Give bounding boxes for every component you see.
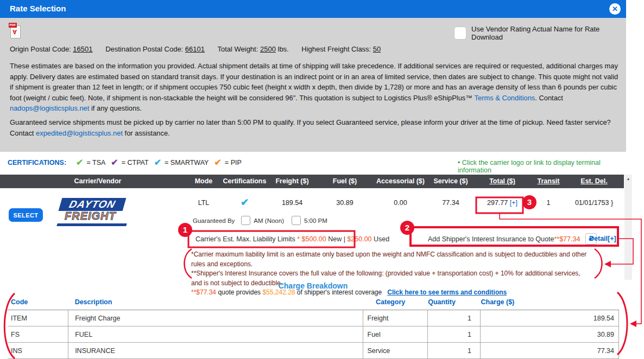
carrier-logo-hint: • Click the carrier logo or link to disp… bbox=[458, 159, 626, 174]
charge-header-charge: Charge ($) bbox=[480, 294, 618, 310]
scrollbar-up-arrow-icon[interactable]: ▲ bbox=[624, 177, 632, 181]
charge-description: FUEL bbox=[68, 326, 363, 343]
dayton-logo-underline bbox=[56, 223, 127, 226]
charge-amount: 30.89 bbox=[480, 326, 618, 343]
charge-breakdown-title: Charge Breakdown bbox=[0, 281, 626, 290]
shippers-interest-line: Add Shipper's Interest Insurance to Quot… bbox=[428, 233, 597, 245]
certifications-legend: CERTIFICATIONS: ✔ = TSA ✔ = CTPAT ✔ = SM… bbox=[8, 157, 242, 168]
rates-scrollbar[interactable]: ▲ bbox=[624, 175, 632, 280]
guaranteed-am-checkbox[interactable] bbox=[241, 216, 250, 225]
header-freight: Freight ($) bbox=[270, 177, 314, 185]
footnotes: *Carrier maximum liability limit is an e… bbox=[191, 250, 593, 298]
destination-label: Destination Postal Code: bbox=[105, 45, 183, 53]
liability-limits-line: Carrier's Est. Max. Liability Limits * $… bbox=[195, 235, 389, 243]
charge-header-quantity: Quantity bbox=[427, 294, 480, 310]
guaranteed-by-row: Guaranteed By AM (Noon) 5:00 PM bbox=[193, 216, 335, 225]
accessorial-value: 0.00 bbox=[372, 199, 429, 207]
charge-quantity: 1 bbox=[427, 343, 480, 359]
expedited-email-link[interactable]: expedited@logisticsplus.net bbox=[36, 129, 123, 137]
origin-label: Origin Postal Code: bbox=[10, 45, 71, 53]
terms-and-conditions-link[interactable]: Terms & Conditions bbox=[475, 94, 535, 102]
total-cell: 297.77 [+] bbox=[481, 199, 524, 207]
footnote-liability: *Carrier maximum liability limit is an e… bbox=[191, 250, 593, 269]
guaranteed-note-line1: Guaranteed service shipments must be pic… bbox=[10, 118, 611, 126]
vendor-rating-option: Use Vendor Rating Actual Name for Rate D… bbox=[454, 25, 626, 41]
header-certifications: Certifications bbox=[222, 177, 268, 185]
info-panel: PDF A Use Vendor Rating Actual Name for … bbox=[0, 18, 626, 152]
header-total-sort-link[interactable]: Total ($) bbox=[481, 177, 524, 185]
charge-breakdown-table: Code Description Category Quantity Charg… bbox=[8, 294, 619, 359]
guaranteed-5pm-checkbox[interactable] bbox=[292, 216, 301, 225]
certifications-band: CERTIFICATIONS: ✔ = TSA ✔ = CTPAT ✔ = SM… bbox=[0, 152, 626, 175]
destination-value: 66101 bbox=[185, 45, 205, 53]
ctpat-check-icon: ✔ bbox=[111, 157, 118, 168]
liability-new-suffix: New | bbox=[326, 235, 348, 243]
vendor-rating-checkbox[interactable] bbox=[454, 27, 466, 40]
ctpat-legend-label: = CTPAT bbox=[122, 159, 149, 166]
guaranteed-am-label: AM (Noon) bbox=[254, 217, 284, 224]
pip-check-icon: ✔ bbox=[214, 157, 221, 168]
certifications-label: CERTIFICATIONS: bbox=[8, 159, 66, 166]
tsa-check-icon: ✔ bbox=[76, 157, 83, 168]
pdf-acrobat-glyph: A bbox=[12, 29, 17, 35]
mode-value: LTL bbox=[190, 199, 217, 207]
dialog-title-bar: Rate Selection ✕ bbox=[0, 0, 626, 18]
pip-legend-label: = PIP bbox=[225, 159, 242, 166]
total-expand-link[interactable]: [+] bbox=[510, 199, 517, 207]
header-est-del-sort-link[interactable]: Est. Del. bbox=[565, 177, 623, 185]
disclaimer-text-3: if any questions. bbox=[89, 104, 142, 112]
liability-used-suffix: Used bbox=[372, 235, 390, 243]
charge-category: Fuel bbox=[363, 326, 427, 343]
liability-new-amount: $500.00 bbox=[300, 235, 326, 243]
charge-row-item: ITEM Freight Charge Freight 1 189.54 bbox=[8, 310, 619, 326]
vendor-rating-label: Use Vendor Rating Actual Name for Rate D… bbox=[471, 25, 626, 41]
header-accessorial: Accessorial ($) bbox=[372, 177, 429, 185]
pdf-download-icon[interactable]: PDF A bbox=[9, 23, 22, 39]
charge-quantity: 1 bbox=[427, 310, 480, 326]
shipment-summary: Origin Postal Code: 16501 Destination Po… bbox=[10, 45, 392, 53]
weight-value: 2500 bbox=[260, 45, 276, 53]
fuel-value: 30.89 bbox=[323, 199, 367, 207]
insurance-stars: ** bbox=[554, 235, 559, 243]
charge-header-code: Code bbox=[8, 294, 68, 310]
origin-value: 16501 bbox=[73, 45, 92, 53]
charge-description: INSURANCE bbox=[68, 343, 363, 359]
header-fuel: Fuel ($) bbox=[323, 177, 367, 185]
liability-used-amount: $250.00 bbox=[347, 235, 371, 243]
header-service: Service ($) bbox=[429, 177, 472, 185]
charge-code: ITEM bbox=[8, 310, 68, 326]
smartway-certification-check-icon: ✔ bbox=[222, 196, 268, 208]
guaranteed-note-line2-prefix: Contact bbox=[10, 129, 36, 137]
guaranteed-note-line2-suffix: for assistance. bbox=[123, 129, 170, 137]
header-mode: Mode bbox=[190, 177, 217, 185]
charge-category: Service bbox=[363, 343, 427, 359]
dayton-logo-line1: DAYTON bbox=[68, 198, 117, 210]
charge-code: INS bbox=[8, 343, 68, 359]
annotation-arrow-charges bbox=[630, 320, 636, 327]
charge-amount: 77.34 bbox=[480, 343, 618, 359]
charge-description: Freight Charge bbox=[68, 310, 363, 326]
carrier-logo-dayton-freight[interactable]: DAYTON FREIGHT bbox=[52, 197, 133, 228]
close-icon[interactable]: ✕ bbox=[609, 3, 621, 15]
service-value: 77.34 bbox=[429, 199, 472, 207]
header-transit-sort-link[interactable]: Transit bbox=[535, 177, 562, 185]
weight-suffix: lbs. bbox=[276, 45, 289, 53]
insurance-detail-link[interactable]: Detail[+] bbox=[589, 235, 616, 242]
select-rate-button[interactable]: SELECT bbox=[9, 208, 43, 222]
insurance-label: Add Shipper's Interest Insurance to Quot… bbox=[428, 235, 554, 243]
charge-code: FS bbox=[8, 326, 68, 343]
nadops-email-link[interactable]: nadops@logisticsplus.net bbox=[10, 104, 89, 112]
weight-label: Total Weight: bbox=[217, 45, 258, 53]
charge-header-category: Category bbox=[363, 294, 427, 310]
est-del-value: 01/01/1753 } bbox=[565, 199, 623, 207]
smartway-legend-label: = SMARTWAY bbox=[165, 159, 209, 166]
guaranteed-5pm-label: 5:00 PM bbox=[304, 217, 327, 224]
total-value: 297.77 bbox=[487, 199, 508, 207]
header-carrier-vendor: Carrier/Vendor bbox=[0, 177, 195, 185]
disclaimer-text-2: . Contact bbox=[535, 94, 563, 102]
insurance-amount: $77.34 bbox=[559, 235, 580, 243]
charge-row-fs: FS FUEL Fuel 1 30.89 bbox=[8, 326, 619, 343]
charge-header-row: Code Description Category Quantity Charg… bbox=[8, 294, 619, 310]
charge-row-ins: INS INSURANCE Service 1 77.34 bbox=[8, 343, 619, 359]
tsa-legend-label: = TSA bbox=[87, 159, 106, 166]
